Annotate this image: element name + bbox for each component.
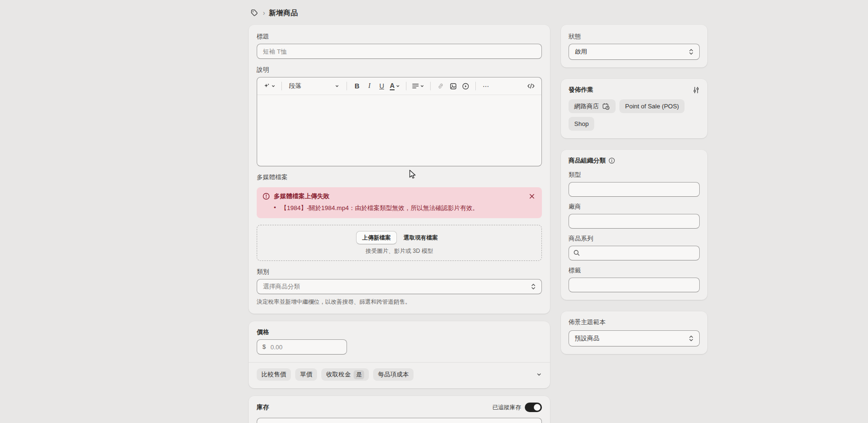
vendor-input[interactable] — [569, 214, 700, 229]
toolbar-divider — [406, 82, 406, 90]
upload-new-file-button[interactable]: 上傳新檔案 — [356, 231, 397, 244]
sliders-icon — [693, 87, 700, 94]
chevron-down-icon — [420, 84, 424, 88]
editor-toolbar: 段落 B I U A — [257, 77, 541, 95]
title-label: 標題 — [257, 32, 542, 41]
show-html-button[interactable] — [525, 80, 537, 92]
inventory-tracked-label: 已追蹤庫存 — [492, 404, 521, 412]
vendor-label: 廠商 — [569, 202, 700, 211]
channel-online-store[interactable]: 網路商店 — [569, 99, 616, 113]
description-textarea[interactable] — [257, 95, 541, 166]
video-icon — [462, 83, 469, 90]
link-icon — [437, 83, 444, 89]
breadcrumb-separator: › — [263, 9, 265, 17]
magic-ai-button[interactable] — [262, 80, 277, 92]
category-help-text: 決定稅率並新增中繼欄位，以改善搜尋、篩選和跨管道銷售。 — [257, 298, 542, 306]
dismiss-error-button[interactable] — [528, 192, 536, 201]
code-icon — [527, 83, 535, 89]
inventory-title: 庫存 — [257, 403, 269, 412]
add-product-page: › 新增商品 標題 說明 — [249, 7, 710, 423]
manage-publishing-button[interactable] — [693, 87, 700, 94]
theme-template-title: 佈景主題範本 — [569, 318, 700, 327]
page-title: 新增商品 — [269, 9, 298, 18]
inventory-card: 庫存 已追蹤庫存 — [249, 396, 550, 423]
cost-per-item-chip[interactable]: 每品項成本 — [373, 368, 414, 381]
toolbar-divider — [430, 82, 431, 90]
description-label: 說明 — [257, 66, 542, 74]
theme-template-select[interactable]: 預設商品 — [569, 330, 700, 346]
error-detail: 【1984】-關於1984.mp4：由於檔案類型無效，所以無法確認影片有效。 — [274, 204, 536, 212]
status-label: 狀態 — [569, 32, 700, 41]
error-title: 多媒體檔案上傳失敗 — [274, 192, 524, 201]
chevron-down-icon — [335, 84, 339, 88]
calendar-clock-icon — [602, 103, 610, 110]
products-breadcrumb-button[interactable] — [249, 8, 259, 18]
link-button[interactable] — [435, 80, 446, 92]
select-updown-icon — [531, 283, 536, 290]
charge-tax-chip[interactable]: 收取稅金 是 — [321, 368, 369, 381]
divider — [249, 362, 550, 363]
status-select[interactable]: 啟用 — [569, 44, 700, 60]
media-dropzone[interactable]: 上傳新檔案 選取現有檔案 接受圖片、影片或 3D 模型 — [257, 225, 542, 261]
insert-video-button[interactable] — [460, 80, 471, 92]
media-upload-error-banner: 多媒體檔案上傳失敗 【1984】-關於1984.mp4：由於檔案類型無效，所以無… — [257, 187, 542, 218]
tax-value-badge: 是 — [354, 370, 364, 379]
info-icon[interactable] — [608, 157, 615, 164]
select-updown-icon — [689, 48, 694, 55]
currency-prefix: $ — [262, 343, 266, 350]
product-details-card: 標題 說明 — [249, 25, 550, 314]
price-options-row: 比較售價 單價 收取稅金 是 每品項成本 — [257, 368, 542, 381]
toolbar-divider — [475, 82, 476, 90]
toolbar-divider — [281, 82, 282, 90]
toggle-knob — [534, 404, 540, 411]
italic-button[interactable]: I — [364, 80, 375, 92]
inventory-field-partial[interactable] — [257, 418, 542, 423]
bold-button[interactable]: B — [351, 80, 363, 92]
collections-input[interactable] — [569, 246, 700, 260]
channel-pos[interactable]: Point of Sale (POS) — [619, 99, 685, 113]
organization-title: 商品組織分類 — [569, 156, 606, 165]
type-label: 類型 — [569, 171, 700, 179]
insert-image-button[interactable] — [447, 80, 459, 92]
channel-shop[interactable]: Shop — [569, 117, 594, 131]
sales-channels: 網路商店 Point of Sale (POS) Shop — [569, 99, 700, 131]
magic-icon — [263, 83, 270, 89]
text-color-button[interactable]: A — [388, 80, 402, 92]
organization-card: 商品組織分類 類型 廠商 商品系列 — [561, 150, 707, 300]
publishing-card: 發佈作業 網路商店 Point of Sa — [561, 79, 707, 138]
description-editor: 段落 B I U A — [257, 77, 542, 166]
alignment-button[interactable] — [411, 80, 426, 92]
alert-icon — [262, 192, 270, 200]
category-label: 類別 — [257, 268, 542, 276]
align-left-icon — [412, 83, 419, 89]
pricing-title: 價格 — [257, 328, 542, 336]
chevron-down-icon — [395, 84, 400, 88]
compare-at-price-chip[interactable]: 比較售價 — [257, 368, 291, 381]
dropzone-hint: 接受圖片、影片或 3D 模型 — [262, 247, 537, 255]
toolbar-divider — [347, 82, 347, 90]
category-select[interactable]: 選擇商品分類 — [257, 279, 542, 294]
status-card: 狀態 啟用 — [561, 25, 707, 67]
select-updown-icon — [689, 335, 694, 342]
unit-price-chip[interactable]: 單價 — [295, 368, 317, 381]
publishing-title: 發佈作業 — [569, 86, 593, 94]
price-input[interactable] — [257, 339, 347, 355]
more-options-button[interactable]: ⋯ — [480, 80, 492, 92]
tags-input[interactable] — [569, 278, 700, 292]
theme-template-card: 佈景主題範本 預設商品 — [561, 311, 707, 354]
select-existing-file-button[interactable]: 選取現有檔案 — [399, 231, 443, 244]
expand-price-options-button[interactable] — [536, 372, 542, 377]
search-icon — [573, 250, 580, 256]
underline-button[interactable]: U — [376, 80, 387, 92]
breadcrumb: › 新增商品 — [249, 7, 710, 19]
pricing-card: 價格 $ 比較售價 單價 收取稅金 是 — [249, 321, 550, 388]
tags-label: 標籤 — [569, 266, 700, 275]
image-icon — [450, 83, 457, 90]
paragraph-style-button[interactable]: 段落 — [286, 80, 342, 92]
chevron-down-icon — [271, 84, 276, 88]
type-input[interactable] — [569, 182, 700, 197]
close-icon — [529, 193, 535, 199]
title-input[interactable] — [257, 44, 542, 59]
collections-label: 商品系列 — [569, 234, 700, 243]
track-inventory-toggle[interactable] — [525, 403, 542, 412]
